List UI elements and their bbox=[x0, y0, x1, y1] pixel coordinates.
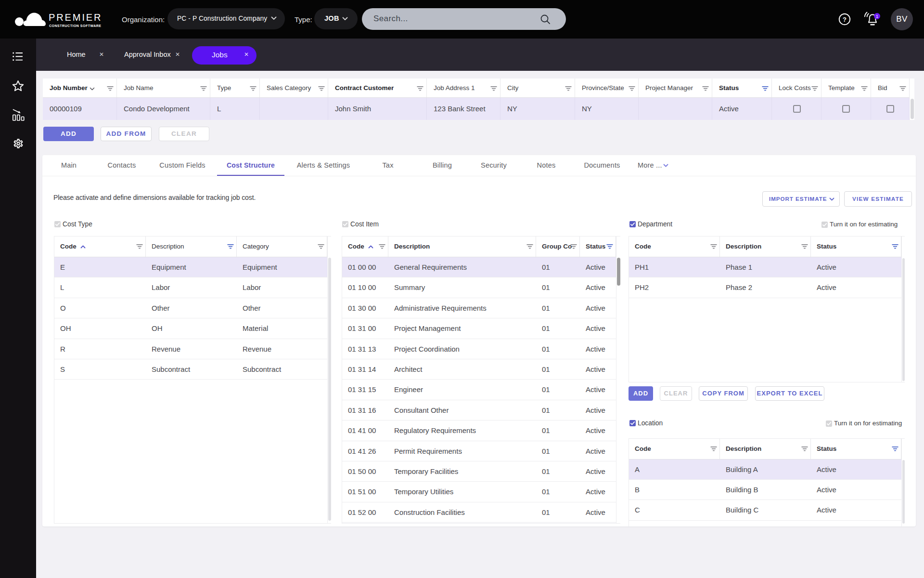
svg-text:?: ? bbox=[843, 16, 847, 23]
